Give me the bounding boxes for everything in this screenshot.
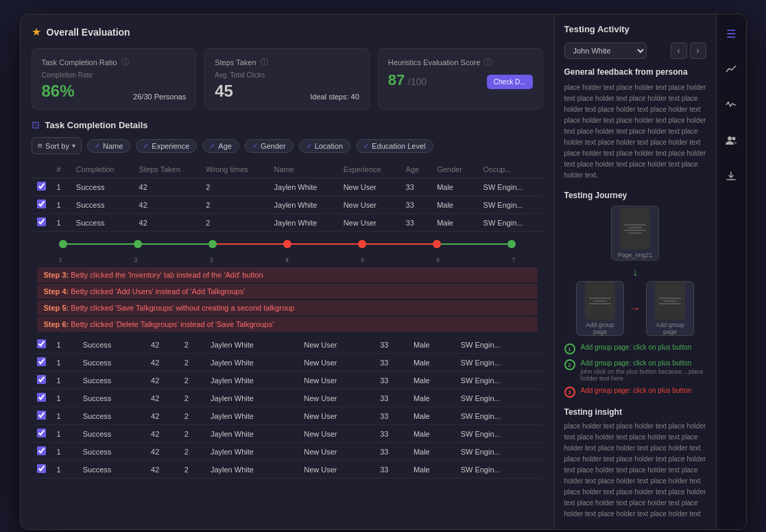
row-age: 33 bbox=[400, 196, 432, 214]
table-row[interactable]: 1 Success 42 2 Jaylen White New User 33 … bbox=[32, 354, 543, 372]
users-icon[interactable] bbox=[720, 130, 742, 152]
table-row[interactable]: 1 Success 42 2 Jaylen White New User 33 … bbox=[32, 336, 543, 354]
feedback-text: place holder text place holder text plac… bbox=[564, 82, 706, 181]
row-checkbox-cell[interactable] bbox=[32, 214, 51, 232]
row-age: 33 bbox=[374, 443, 408, 461]
star-icon: ★ bbox=[32, 25, 41, 38]
row-checkbox-cell[interactable] bbox=[32, 443, 51, 461]
completion-table: # Completion Steps Taken Wrong times Nam… bbox=[32, 161, 543, 232]
row-checkbox[interactable] bbox=[37, 357, 46, 366]
row-checkbox-cell[interactable] bbox=[32, 407, 51, 425]
row-name: Jaylen White bbox=[205, 354, 298, 372]
row-age: 33 bbox=[374, 461, 408, 479]
row-checkbox-cell[interactable] bbox=[32, 461, 51, 479]
overall-title: Overall Evaluation bbox=[47, 27, 130, 38]
screen-line bbox=[589, 303, 611, 304]
download-icon[interactable] bbox=[720, 165, 742, 187]
row-checkbox-cell[interactable] bbox=[32, 336, 51, 354]
row-wrong: 2 bbox=[179, 407, 205, 425]
filter-gender[interactable]: ✓ Gender bbox=[245, 139, 294, 153]
col-occ: Occup... bbox=[478, 161, 543, 178]
journey-img-3[interactable]: Add grouppage bbox=[646, 281, 694, 336]
table-row[interactable]: 1 Success 42 2 Jaylen White New User 33 … bbox=[32, 425, 543, 443]
heuristics-info-icon[interactable]: ⓘ bbox=[484, 57, 492, 67]
sort-icon: ≡ bbox=[38, 141, 43, 151]
screen-line bbox=[624, 230, 646, 231]
row-wrong: 2 bbox=[200, 214, 268, 232]
step-line bbox=[291, 243, 358, 245]
step-line bbox=[441, 243, 507, 245]
journey-img-1[interactable]: Page_img21 bbox=[611, 206, 659, 261]
filter-name[interactable]: ✓ Name bbox=[87, 139, 130, 153]
menu-icon[interactable]: ☰ bbox=[720, 23, 742, 45]
task-section-icon: ⊡ bbox=[32, 119, 40, 130]
table-row[interactable]: 1 Success 42 2 Jaylen White New User 33 … bbox=[32, 389, 543, 407]
row-checkbox[interactable] bbox=[37, 217, 46, 226]
stats-row: Task Completion Ratio ⓘ Completion Rate … bbox=[32, 48, 543, 110]
step-dot bbox=[358, 240, 366, 248]
row-checkbox[interactable] bbox=[37, 411, 46, 420]
row-checkbox[interactable] bbox=[37, 393, 46, 402]
task-completion-card: Task Completion Ratio ⓘ Completion Rate … bbox=[32, 48, 197, 110]
row-checkbox-cell[interactable] bbox=[32, 425, 51, 443]
row-gender: Male bbox=[431, 196, 477, 214]
row-checkbox[interactable] bbox=[37, 428, 46, 437]
row-name: Jaylen White bbox=[269, 196, 338, 214]
row-checkbox-cell[interactable] bbox=[32, 354, 51, 372]
table-row[interactable]: 1 Success 42 2 Jaylen White New User 33 … bbox=[32, 461, 543, 479]
row-checkbox[interactable] bbox=[37, 446, 46, 455]
filter-experience[interactable]: ✓ Experience bbox=[136, 139, 197, 153]
edu-check-icon: ✓ bbox=[363, 142, 369, 149]
col-age: Age bbox=[400, 161, 432, 178]
row-age: 33 bbox=[374, 407, 408, 425]
journey-img-2[interactable]: Add grouppage bbox=[576, 281, 624, 336]
screen-line bbox=[628, 232, 642, 234]
error-step: Step 6: Betty clicked 'Delete Talkgroups… bbox=[37, 317, 538, 332]
filter-age[interactable]: ✓ Age bbox=[202, 139, 239, 153]
screen-line bbox=[589, 298, 611, 299]
row-steps: 42 bbox=[145, 389, 179, 407]
table-row[interactable]: 1 Success 42 2 Jaylen White New User 33 … bbox=[32, 443, 543, 461]
check-button[interactable]: Check D... bbox=[487, 75, 533, 89]
row-exp: New User bbox=[338, 214, 400, 232]
journey-step: 1 Add group page: click on plus button bbox=[564, 343, 706, 354]
row-occ: SW Engin... bbox=[455, 425, 543, 443]
row-exp: New User bbox=[338, 196, 400, 214]
table-row[interactable]: 1 Success 42 2 Jaylen White New User 33 … bbox=[32, 372, 543, 389]
step-dot bbox=[507, 240, 516, 248]
row-checkbox-cell[interactable] bbox=[32, 196, 51, 214]
analytics-icon[interactable] bbox=[720, 58, 742, 80]
steps-info-icon[interactable]: ⓘ bbox=[261, 57, 268, 67]
app-window: ★ Overall Evaluation Task Completion Rat… bbox=[20, 14, 747, 530]
table-row[interactable]: 1 Success 42 2 Jaylen White New User 33 … bbox=[32, 214, 543, 232]
screen-mockup-1 bbox=[620, 208, 650, 250]
nav-next-button[interactable]: › bbox=[690, 43, 706, 59]
row-checkbox-cell[interactable] bbox=[32, 178, 51, 196]
persona-select[interactable]: John White bbox=[564, 43, 647, 59]
task-completion-info-icon[interactable]: ⓘ bbox=[121, 57, 129, 67]
table-row[interactable]: 1 Success 42 2 Jaylen White New User 33 … bbox=[32, 196, 543, 214]
error-step: Step 3: Betty clicked the 'Inventory' ta… bbox=[37, 267, 538, 282]
step-line bbox=[217, 243, 283, 245]
row-gender: Male bbox=[408, 443, 455, 461]
row-occ: SW Engin... bbox=[455, 389, 543, 407]
nav-prev-button[interactable]: ‹ bbox=[671, 43, 687, 59]
sort-by-dropdown[interactable]: ≡ Sort by ▾ bbox=[32, 137, 82, 154]
activity-icon[interactable] bbox=[720, 94, 742, 116]
table-row[interactable]: 1 Success 42 2 Jaylen White New User 33 … bbox=[32, 178, 543, 196]
row-name: Jaylen White bbox=[205, 389, 298, 407]
row-checkbox[interactable] bbox=[37, 339, 46, 348]
row-age: 33 bbox=[374, 354, 408, 372]
row-checkbox[interactable] bbox=[37, 182, 46, 191]
filter-location[interactable]: ✓ Location bbox=[299, 139, 351, 153]
row-wrong: 2 bbox=[179, 443, 205, 461]
filter-education[interactable]: ✓ Education Level bbox=[356, 139, 433, 153]
screen-line bbox=[593, 300, 607, 302]
row-checkbox-cell[interactable] bbox=[32, 372, 51, 389]
row-checkbox[interactable] bbox=[37, 200, 46, 208]
step-number: 5 bbox=[361, 256, 364, 263]
row-checkbox[interactable] bbox=[37, 375, 46, 384]
row-checkbox-cell[interactable] bbox=[32, 389, 51, 407]
table-row[interactable]: 1 Success 42 2 Jaylen White New User 33 … bbox=[32, 407, 543, 425]
row-checkbox[interactable] bbox=[37, 464, 46, 473]
